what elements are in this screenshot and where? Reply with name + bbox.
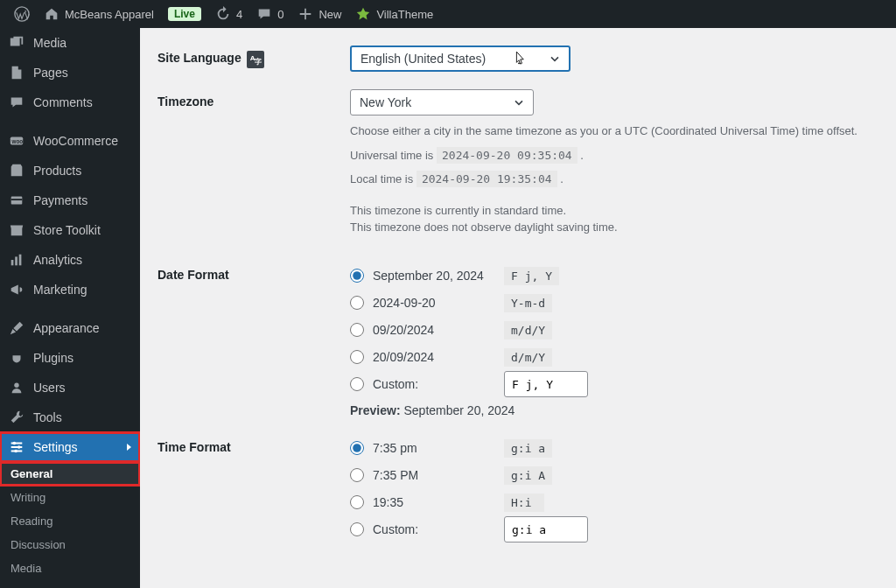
- users-icon: [9, 380, 24, 396]
- sidebar-item-woocommerce[interactable]: woo WooCommerce: [0, 126, 140, 156]
- svg-point-1: [12, 40, 15, 43]
- comment-icon: [9, 94, 24, 110]
- date-format-row: Date Format September 20, 2024 F j, Y 20…: [158, 262, 878, 417]
- submenu-item-writing[interactable]: Writing: [0, 486, 140, 509]
- main-content: Site Language A字 English (United States)…: [140, 28, 896, 588]
- date-format-radio[interactable]: [350, 323, 364, 337]
- submenu-label: Media: [10, 562, 41, 575]
- submenu-item-reading[interactable]: Reading: [0, 509, 140, 533]
- date-format-code: F j, Y: [504, 267, 559, 285]
- comments-link[interactable]: 0: [249, 0, 290, 28]
- time-format-display: 7:35 pm: [373, 441, 495, 455]
- sidebar-item-appearance[interactable]: Appearance: [0, 313, 140, 343]
- live-status[interactable]: Live: [161, 0, 208, 28]
- time-format-radio[interactable]: [350, 468, 364, 482]
- products-icon: [9, 163, 24, 178]
- local-time: Local time is 2024-09-20 19:35:04 .: [350, 171, 878, 188]
- wordpress-icon: [14, 6, 30, 22]
- time-format-code: g:i A: [504, 466, 552, 485]
- sidebar-item-store-toolkit[interactable]: Store Toolkit: [0, 215, 140, 245]
- timezone-dst-note: This timezone does not observe daylight …: [350, 219, 878, 236]
- time-format-row: Time Format 7:35 pm g:i a 7:35 PM g:i A …: [158, 435, 878, 543]
- home-icon: [44, 6, 60, 22]
- new-link[interactable]: New: [290, 0, 348, 28]
- svg-point-11: [18, 445, 21, 449]
- sidebar-item-users[interactable]: Users: [0, 373, 140, 402]
- sidebar-item-label: Pages: [33, 66, 68, 80]
- sliders-icon: [9, 439, 24, 455]
- time-format-code: g:i a: [504, 439, 552, 458]
- date-format-option-3: 20/09/2024 d/m/Y: [350, 344, 878, 371]
- sidebar-item-settings[interactable]: Settings: [0, 432, 140, 462]
- media-icon: [9, 35, 24, 51]
- sidebar-item-media[interactable]: Media: [0, 28, 140, 58]
- date-format-radio[interactable]: [350, 269, 364, 283]
- submenu-item-discussion[interactable]: Discussion: [0, 533, 140, 556]
- comment-icon: [256, 6, 272, 22]
- submenu-label: Reading: [10, 514, 52, 528]
- date-format-preview: Preview: September 20, 2024: [350, 403, 878, 417]
- site-language-label: Site Language A字: [158, 46, 350, 72]
- date-format-option-1: 2024-09-20 Y-m-d: [350, 290, 878, 317]
- time-format-radio[interactable]: [350, 441, 364, 455]
- date-format-display: 09/20/2024: [373, 323, 495, 337]
- timezone-select[interactable]: New York: [350, 89, 534, 116]
- sidebar-item-products[interactable]: Products: [0, 156, 140, 186]
- submenu-item-media[interactable]: Media: [0, 556, 140, 580]
- date-format-label: Date Format: [158, 262, 350, 417]
- sidebar-item-payments[interactable]: Payments: [0, 186, 140, 215]
- date-format-radio[interactable]: [350, 296, 364, 310]
- sidebar-item-plugins[interactable]: Plugins: [0, 343, 140, 373]
- date-format-code: m/d/Y: [504, 321, 552, 340]
- sidebar-item-marketing[interactable]: Marketing: [0, 275, 140, 304]
- sidebar-item-tools[interactable]: Tools: [0, 402, 140, 432]
- time-format-option-2: 19:35 H:i: [350, 489, 878, 516]
- local-time-value: 2024-09-20 19:35:04: [416, 171, 557, 187]
- wp-logo[interactable]: [7, 0, 37, 28]
- comments-count: 0: [277, 8, 284, 21]
- updates-link[interactable]: 4: [208, 0, 249, 28]
- date-format-custom: Custom:: [350, 371, 878, 398]
- sidebar-item-analytics[interactable]: Analytics: [0, 245, 140, 275]
- svg-text:woo: woo: [11, 138, 24, 144]
- svg-text:字: 字: [255, 57, 262, 66]
- caret-right-icon: [127, 444, 131, 451]
- date-format-option-0: September 20, 2024 F j, Y: [350, 262, 878, 290]
- villatheme-link[interactable]: VillaTheme: [348, 0, 440, 28]
- sidebar-item-label: Appearance: [33, 321, 100, 335]
- date-format-option-2: 09/20/2024 m/d/Y: [350, 317, 878, 344]
- translate-icon: A字: [247, 51, 264, 68]
- time-format-radio-custom[interactable]: [350, 522, 364, 536]
- sidebar-item-label: Comments: [33, 95, 93, 109]
- time-format-radio[interactable]: [350, 495, 364, 509]
- universal-time: Universal time is 2024-09-20 09:35:04 .: [350, 147, 878, 164]
- sidebar-item-label: Store Toolkit: [33, 223, 101, 237]
- submenu-item-general[interactable]: General: [0, 462, 140, 486]
- sidebar-item-comments[interactable]: Comments: [0, 88, 140, 117]
- time-format-custom-input[interactable]: [504, 516, 588, 542]
- chevron-down-icon: [548, 52, 562, 66]
- svg-point-12: [14, 450, 18, 453]
- sidebar-item-label: Analytics: [33, 253, 82, 267]
- timezone-row: Timezone New York Choose either a city i…: [158, 89, 878, 236]
- date-format-custom-label: Custom:: [373, 377, 495, 391]
- time-format-display: 7:35 PM: [373, 468, 495, 482]
- timezone-value: New York: [360, 95, 411, 109]
- sidebar-item-label: Marketing: [33, 283, 87, 297]
- date-format-custom-input[interactable]: [504, 371, 588, 397]
- date-format-code: Y-m-d: [504, 294, 552, 312]
- plug-icon: [9, 350, 24, 366]
- submenu-label: Writing: [10, 491, 46, 504]
- site-link[interactable]: McBeans Apparel: [37, 0, 161, 28]
- time-format-option-1: 7:35 PM g:i A: [350, 462, 878, 489]
- svg-point-10: [13, 442, 17, 445]
- analytics-icon: [9, 252, 24, 268]
- sidebar-item-pages[interactable]: Pages: [0, 58, 140, 88]
- admin-bar: McBeans Apparel Live 4 0 New VillaTheme: [0, 0, 896, 28]
- time-format-custom-label: Custom:: [373, 522, 495, 536]
- villatheme-label: VillaTheme: [376, 8, 433, 21]
- svg-point-9: [14, 383, 18, 388]
- site-language-select[interactable]: English (United States): [350, 46, 570, 72]
- date-format-radio[interactable]: [350, 350, 364, 364]
- date-format-radio-custom[interactable]: [350, 377, 364, 391]
